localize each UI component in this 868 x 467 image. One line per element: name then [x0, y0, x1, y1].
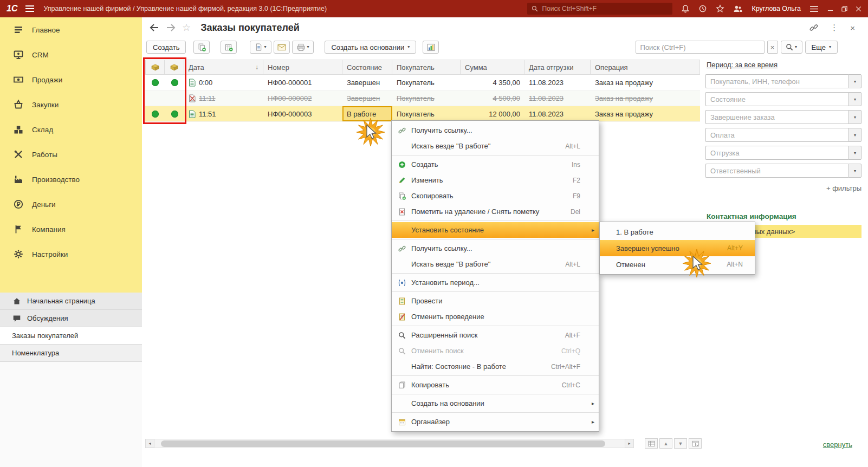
menu-item-find-state[interactable]: Найти: Состояние - В работе Ctrl+Alt+F	[392, 359, 599, 374]
filter-state-input[interactable]	[705, 92, 848, 106]
scroll-left-button[interactable]: ◂	[145, 439, 154, 448]
menu-item-copy[interactable]: Скопировать F9	[392, 188, 599, 204]
column-state[interactable]: Состояние	[342, 60, 392, 75]
filter-completion-input[interactable]	[705, 110, 848, 124]
menu-item-set-period[interactable]: Установить период...	[392, 275, 599, 290]
discussions-button[interactable]	[733, 4, 743, 13]
column-shipment-marker[interactable]	[165, 60, 184, 75]
service-menu-button[interactable]	[809, 5, 819, 12]
sidebar-item-warehouse[interactable]: Склад	[0, 117, 142, 142]
menu-item-create[interactable]: Создать Ins	[392, 157, 599, 172]
file-dropdown-button[interactable]: ▾	[250, 41, 271, 54]
menu-item-unpost[interactable]: Отменить проведение	[392, 309, 599, 325]
list-settings-button[interactable]	[689, 438, 702, 449]
column-number[interactable]: Номер	[263, 60, 342, 75]
move-down-button[interactable]: ▼	[674, 438, 687, 449]
table-row[interactable]: 11:11 НФ00-000002 Завершен Покупатель 4 …	[145, 90, 700, 106]
submenu-item-canceled[interactable]: Отменен Alt+N	[600, 256, 755, 273]
more-filters-link[interactable]: + фильтры	[705, 184, 861, 192]
set-interval-button[interactable]	[221, 41, 237, 54]
scrollbar-track[interactable]	[154, 439, 625, 448]
print-dropdown-button[interactable]: ▾	[292, 41, 314, 54]
copy-item-button[interactable]	[193, 41, 210, 54]
get-link-button[interactable]	[809, 23, 818, 32]
history-button[interactable]	[698, 4, 707, 13]
column-date[interactable]: Дата ↓	[184, 60, 263, 75]
sidebar-item-sales[interactable]: Продажи	[0, 67, 142, 92]
column-posted-marker[interactable]	[145, 60, 165, 75]
user-name[interactable]: Круглова Ольга	[752, 5, 801, 12]
close-page-button[interactable]: ×	[850, 23, 855, 33]
sidebar-item-main[interactable]: Главное	[0, 17, 142, 42]
state-cell-active[interactable]: В работе	[342, 106, 392, 121]
filter-payment-input[interactable]	[705, 128, 848, 142]
scroll-right-button[interactable]: ▸	[625, 439, 634, 448]
filter-responsible-dropdown[interactable]: ▾	[848, 164, 861, 178]
table-row-selected[interactable]: 11:51 НФ00-000003 В работе Покупатель 12…	[145, 106, 700, 122]
back-button[interactable]	[150, 23, 159, 32]
more-actions-button[interactable]: ⋮	[830, 23, 838, 33]
create-button[interactable]: Создать	[146, 41, 186, 54]
list-search-input[interactable]	[636, 41, 765, 54]
main-menu-button[interactable]	[25, 5, 35, 12]
sidebar-item-purchases[interactable]: Закупки	[0, 92, 142, 117]
collapse-link[interactable]: свернуть	[823, 440, 852, 449]
sidebar-item-discussions[interactable]: Обсуждения	[0, 310, 142, 327]
forward-button[interactable]	[166, 23, 176, 32]
minimize-button[interactable]	[827, 6, 833, 12]
filter-completion-dropdown[interactable]: ▾	[848, 110, 861, 124]
menu-item-organizer[interactable]: Органайзер ▸	[392, 414, 599, 430]
menu-item-edit[interactable]: Изменить F2	[392, 172, 599, 188]
menu-item-mark-deletion[interactable]: Пометить на удаление / Снять пометку Del	[392, 204, 599, 219]
menu-item-create-based-on[interactable]: Создать на основании ▸	[392, 395, 599, 411]
submenu-item-in-progress[interactable]: 1. В работе	[600, 224, 755, 240]
email-button[interactable]	[274, 41, 290, 54]
close-window-button[interactable]	[856, 6, 861, 12]
table-row[interactable]: 0:00 НФ00-000001 Завершен Покупатель 4 3…	[145, 75, 700, 90]
filter-payment-dropdown[interactable]: ▾	[848, 128, 861, 142]
menu-item-get-link[interactable]: Получить ссылку...	[392, 122, 599, 138]
sidebar-item-money[interactable]: Деньги	[0, 192, 142, 217]
sidebar-item-nomenclature[interactable]: Номенклатура	[0, 345, 142, 362]
period-link[interactable]: Период: за все время	[707, 61, 778, 69]
filter-shipment-dropdown[interactable]: ▾	[848, 146, 861, 160]
filter-state-dropdown[interactable]: ▾	[848, 92, 861, 106]
menu-item-post[interactable]: Провести	[392, 293, 599, 309]
move-up-button[interactable]: ▲	[659, 438, 672, 449]
reports-button[interactable]	[423, 41, 439, 54]
scrollbar-thumb[interactable]	[161, 440, 605, 447]
menu-item-set-state[interactable]: Установить состояние ▸	[392, 222, 599, 238]
search-dropdown-button[interactable]: ▾	[781, 41, 802, 54]
filter-customer-dropdown[interactable]: ▾	[848, 74, 861, 88]
column-customer[interactable]: Покупатель	[392, 60, 461, 75]
notifications-button[interactable]	[681, 4, 690, 13]
menu-item-advanced-search[interactable]: Расширенный поиск Alt+F	[392, 327, 599, 343]
sidebar-item-company[interactable]: Компания	[0, 217, 142, 242]
sidebar-item-settings[interactable]: Настройки	[0, 242, 142, 267]
more-button[interactable]: Еще ▾	[805, 41, 838, 54]
menu-item-search-everywhere-2[interactable]: Искать везде "В работе" Alt+L	[392, 256, 599, 272]
sidebar-item-customer-orders[interactable]: Заказы покупателей	[0, 327, 142, 345]
favorites-button[interactable]	[716, 4, 724, 13]
maximize-button[interactable]	[841, 6, 847, 12]
column-operation[interactable]: Операция	[591, 60, 700, 75]
favorite-star-button[interactable]: ☆	[182, 22, 191, 34]
create-based-on-button[interactable]: Создать на основании ▾	[325, 41, 416, 54]
submenu-item-completed[interactable]: Завершен успешно Alt+Y	[600, 240, 755, 256]
filter-responsible-input[interactable]	[705, 164, 848, 178]
filter-customer-input[interactable]	[705, 74, 848, 88]
copy-document-icon	[198, 43, 206, 51]
output-list-button[interactable]	[645, 438, 658, 449]
column-sum[interactable]: Сумма	[461, 60, 524, 75]
sidebar-item-production[interactable]: Производство	[0, 167, 142, 192]
menu-item-copy-clipboard[interactable]: Копировать Ctrl+C	[392, 377, 599, 393]
column-ship-date[interactable]: Дата отгрузки	[524, 60, 591, 75]
menu-item-get-link-2[interactable]: Получить ссылку...	[392, 241, 599, 256]
sidebar-item-crm[interactable]: CRM	[0, 42, 142, 67]
filter-shipment-input[interactable]	[705, 146, 848, 160]
sidebar-item-home[interactable]: Начальная страница	[0, 293, 142, 310]
clear-search-button[interactable]: ×	[767, 41, 778, 54]
global-search[interactable]: Поиск Ctrl+Shift+F	[527, 3, 672, 15]
sidebar-item-works[interactable]: Работы	[0, 142, 142, 167]
menu-item-search-everywhere[interactable]: Искать везде "В работе" Alt+L	[392, 138, 599, 154]
